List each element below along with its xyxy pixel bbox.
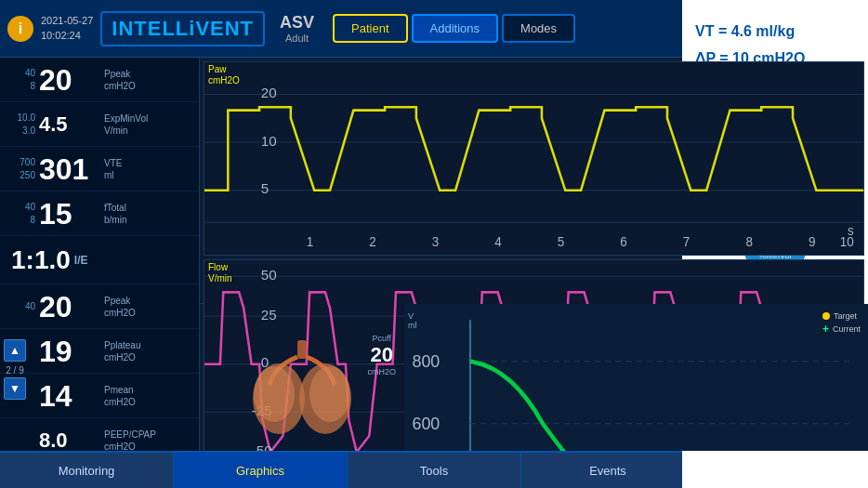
ftotal-range: 408 xyxy=(6,201,39,227)
ie-label: I/E xyxy=(74,254,88,267)
vte-range: 700250 xyxy=(6,156,39,182)
main-screen: i 2021-05-27 10:02:24 INTELLiVENT ASV Ad… xyxy=(0,0,868,488)
ppeak-range: 408 xyxy=(6,67,39,93)
ppeak-label: PpeakcmH2O xyxy=(104,68,136,92)
nav-arrows: ▲ 2 / 9 ▼ xyxy=(4,339,26,400)
header-info: i 2021-05-27 10:02:24 xyxy=(7,14,93,43)
vte-value: 301 xyxy=(39,154,104,184)
datetime: 2021-05-27 10:02:24 xyxy=(41,14,93,43)
pcuff-box: Pcuff 20 cmH2O xyxy=(367,334,396,376)
expminvol-range: 10.03.0 xyxy=(6,112,39,138)
svg-text:9: 9 xyxy=(809,235,816,249)
nav-modes-button[interactable]: Modes xyxy=(502,14,575,43)
svg-text:8: 8 xyxy=(745,235,753,249)
pcuff-unit: cmH2O xyxy=(367,367,396,376)
brand-name: INTELLiVENT xyxy=(100,11,265,46)
asv-text: ASV xyxy=(280,13,314,33)
lung-illustration xyxy=(246,338,358,441)
down-arrow[interactable]: ▼ xyxy=(4,377,26,400)
svg-text:3: 3 xyxy=(432,235,440,249)
target-legend-label: Target xyxy=(834,311,857,321)
peep2-value: 8.0 xyxy=(39,430,104,451)
metric-ie[interactable]: 1:1.0I/E xyxy=(0,236,199,284)
target-legend: Target xyxy=(822,311,861,321)
vchart-legend: Target + Current xyxy=(822,311,861,336)
svg-rect-28 xyxy=(297,340,307,359)
ftotal-label: fTotalb/min xyxy=(104,202,126,226)
metric-pplateau[interactable]: 19 PplateaucmH2O xyxy=(0,329,199,374)
svg-text:600: 600 xyxy=(412,415,440,433)
ftotal-value: 15 xyxy=(39,199,104,229)
svg-text:7: 7 xyxy=(683,235,690,249)
nav-buttons: Patient Additions Modes xyxy=(333,14,575,43)
nav-additions-button[interactable]: Additions xyxy=(412,14,498,43)
metric-ppeak-bot[interactable]: 40 20 PpeakcmH2O xyxy=(0,284,199,329)
asv-label: ASV Adult xyxy=(280,13,314,44)
page-indicator: 2 / 9 xyxy=(4,365,26,376)
current-legend-label: Current xyxy=(833,324,861,334)
ppeak2-value: 20 xyxy=(39,292,104,322)
footer-monitoring[interactable]: Monitoring xyxy=(0,453,174,488)
svg-text:10: 10 xyxy=(261,132,277,148)
svg-text:5: 5 xyxy=(261,180,269,196)
pcuff-label: Pcuff xyxy=(367,334,396,343)
svg-text:2: 2 xyxy=(369,235,376,249)
svg-text:25: 25 xyxy=(261,306,277,322)
ppeak-value: 20 xyxy=(39,65,104,95)
svg-text:1: 1 xyxy=(307,235,314,249)
svg-text:800: 800 xyxy=(412,352,440,371)
svg-text:5: 5 xyxy=(558,235,565,249)
svg-text:20: 20 xyxy=(261,85,277,100)
footer-events[interactable]: Events xyxy=(521,453,695,488)
pplateau-label: PplateaucmH2O xyxy=(104,339,140,363)
peep2-label: PEEP/CPAPcmH2O xyxy=(104,429,156,452)
up-arrow[interactable]: ▲ xyxy=(4,339,26,362)
expminvol-label: ExpMinVolV/min xyxy=(104,112,148,137)
paw-chart: PawcmH2O 20 10 5 1 xyxy=(204,61,864,256)
flow-chart-label: FlowV/min xyxy=(208,262,232,284)
v-chart-svg: 800 600 400 200 0 0 10 20 30 40 50 60 b/… xyxy=(408,308,864,451)
vte-label: VTEml xyxy=(104,157,122,181)
metric-ftotal[interactable]: 408 15 fTotalb/min xyxy=(0,191,199,236)
sub-right-panel: Vml Target + Current xyxy=(404,304,868,451)
left-panel: 408 20 PpeakcmH2O 10.03.0 4.5 ExpMinVolV… xyxy=(0,58,200,451)
metric-pmean[interactable]: 14 PmeancmH2O xyxy=(0,374,199,418)
ppeak2-label: PpeakcmH2O xyxy=(104,295,136,319)
ie-display: 1:1.0I/E xyxy=(6,240,193,281)
vt-value: VT = 4.6 ml/kg xyxy=(695,19,855,46)
svg-text:4: 4 xyxy=(494,235,502,249)
footer-graphics[interactable]: Graphics xyxy=(174,453,348,488)
pplateau-value: 19 xyxy=(39,336,104,366)
paw-chart-label: PawcmH2O xyxy=(208,64,240,86)
adult-text: Adult xyxy=(280,33,314,44)
nav-patient-button[interactable]: Patient xyxy=(333,14,407,43)
svg-text:s: s xyxy=(848,224,854,238)
expminvol-value: 4.5 xyxy=(39,114,104,135)
target-legend-dot xyxy=(822,312,830,320)
metric-vte[interactable]: 700250 301 VTEml xyxy=(0,147,199,191)
svg-text:6: 6 xyxy=(620,235,627,249)
metric-peep[interactable]: 8.0 PEEP/CPAPcmH2O xyxy=(0,418,199,451)
lung-container: Pcuff 20 cmH2O xyxy=(207,334,396,445)
info-icon: i xyxy=(7,16,33,42)
svg-point-30 xyxy=(254,366,295,422)
ppeak2-range: 40 xyxy=(6,300,39,313)
pmean-value: 14 xyxy=(39,381,104,411)
center-panel: PawcmH2O 20 10 5 1 xyxy=(200,58,868,451)
main-content: 408 20 PpeakcmH2O 10.03.0 4.5 ExpMinVolV… xyxy=(0,58,868,451)
svg-point-32 xyxy=(309,366,350,422)
pmean-label: PmeancmH2O xyxy=(104,384,136,408)
y-axis-label: Vml xyxy=(408,311,417,330)
footer-tools[interactable]: Tools xyxy=(348,453,521,488)
charts-area: PawcmH2O 20 10 5 1 xyxy=(200,58,868,304)
metric-expminvol[interactable]: 10.03.0 4.5 ExpMinVolV/min xyxy=(0,102,199,147)
pcuff-value: 20 xyxy=(367,343,396,367)
current-legend: + Current xyxy=(822,323,861,336)
svg-text:50: 50 xyxy=(261,266,277,282)
metric-ppeak-top[interactable]: 408 20 PpeakcmH2O xyxy=(0,58,199,102)
current-legend-cross: + xyxy=(822,323,829,336)
